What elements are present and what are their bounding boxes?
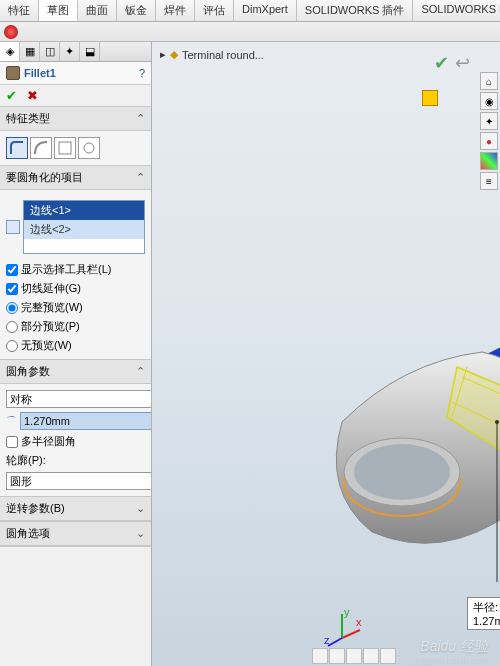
- tab-weldment[interactable]: 焊件: [156, 0, 195, 21]
- svg-text:y: y: [344, 608, 350, 618]
- svg-point-1: [84, 143, 94, 153]
- bottom-view-bar: [312, 648, 396, 664]
- callout-label: 半径:: [473, 601, 498, 613]
- view-icon[interactable]: ◉: [480, 92, 498, 110]
- radius-input[interactable]: [20, 412, 152, 430]
- help-icon[interactable]: ?: [139, 67, 145, 79]
- fillet-type-row: [6, 135, 145, 161]
- home-icon[interactable]: ⌂: [480, 72, 498, 90]
- full-preview-label: 完整预览(W): [21, 300, 83, 315]
- edge-listbox[interactable]: 边线<1> 边线<2>: [23, 200, 145, 254]
- svg-line-9: [342, 630, 360, 638]
- section-params-header[interactable]: 圆角参数⌃: [0, 360, 151, 384]
- svg-rect-0: [59, 142, 71, 154]
- fillet-icon: [6, 66, 20, 80]
- svg-text:x: x: [356, 616, 362, 628]
- watermark-url: jingyan.baidu.com: [415, 656, 488, 666]
- part-icon: ◆: [170, 48, 178, 61]
- feature-header: Fillet1 ?: [0, 62, 151, 85]
- viewport-confirm: ✔ ↩: [434, 52, 470, 74]
- edge-select-icon: [6, 220, 20, 234]
- flag-marker-icon[interactable]: [422, 90, 438, 106]
- view2-icon[interactable]: [329, 648, 345, 664]
- sidetab-display-icon[interactable]: ✦: [60, 42, 80, 61]
- section-type-header[interactable]: 特征类型⌃: [0, 107, 151, 131]
- tab-surface[interactable]: 曲面: [78, 0, 117, 21]
- section-reverse-header[interactable]: 逆转参数(B)⌄: [0, 497, 151, 521]
- multi-radius-checkbox[interactable]: [6, 436, 18, 448]
- watermark: Baidu 经验: [420, 638, 488, 656]
- orientation-triad[interactable]: x y z: [322, 608, 362, 648]
- profile-label: 轮廓(P):: [6, 453, 46, 468]
- confirm-row: ✔ ✖: [0, 85, 151, 107]
- tangent-checkbox[interactable]: [6, 283, 18, 295]
- radius-callout[interactable]: 半径: 1.27mm: [467, 597, 500, 630]
- tab-sketch[interactable]: 草图: [39, 0, 78, 21]
- feature-name: Fillet1: [24, 67, 56, 79]
- cancel-button[interactable]: ✖: [27, 88, 38, 103]
- record-icon[interactable]: [4, 25, 18, 39]
- profile-select[interactable]: [6, 472, 152, 490]
- view1-icon[interactable]: [312, 648, 328, 664]
- sidetab-feature-tree-icon[interactable]: ◈: [0, 42, 20, 61]
- sidetab-extra-icon[interactable]: ⬓: [80, 42, 100, 61]
- view3-icon[interactable]: [346, 648, 362, 664]
- crumb-arrow-icon: ▸: [160, 48, 166, 61]
- edge-item-1[interactable]: 边线<1>: [24, 201, 144, 220]
- section-options-header[interactable]: 圆角选项⌄: [0, 522, 151, 546]
- type-face-icon[interactable]: [54, 137, 76, 159]
- partial-preview-radio[interactable]: [6, 321, 18, 333]
- top-tab-bar: 特征 草图 曲面 钣金 焊件 评估 DimXpert SOLIDWORKS 插件…: [0, 0, 500, 22]
- tangent-label: 切线延伸(G): [21, 281, 81, 296]
- radius-icon: ⌒: [6, 414, 17, 429]
- tab-dimxpert[interactable]: DimXpert: [234, 0, 297, 21]
- sub-header: [0, 22, 500, 42]
- edge-item-2[interactable]: 边线<2>: [24, 220, 144, 239]
- tab-feature[interactable]: 特征: [0, 0, 39, 21]
- accept-button[interactable]: ✔: [6, 88, 17, 103]
- sidetab-property-icon[interactable]: ▦: [20, 42, 40, 61]
- model-render: [302, 162, 500, 582]
- sidetab-config-icon[interactable]: ◫: [40, 42, 60, 61]
- tab-mbd[interactable]: SOLIDWORKS MBD: [413, 0, 500, 21]
- type-full-icon[interactable]: [78, 137, 100, 159]
- view4-icon[interactable]: [363, 648, 379, 664]
- 3d-viewport[interactable]: ▸ ◆ Terminal round... ✔ ↩ ⌂ ◉ ✦ ● ≡: [152, 42, 500, 666]
- svg-text:z: z: [324, 634, 330, 646]
- no-preview-label: 无预览(W): [21, 338, 72, 353]
- show-toolbar-checkbox[interactable]: [6, 264, 18, 276]
- test-icon[interactable]: ●: [480, 132, 498, 150]
- property-panel: ◈ ▦ ◫ ✦ ⬓ Fillet1 ? ✔ ✖ 特征类型⌃: [0, 42, 152, 666]
- tab-evaluate[interactable]: 评估: [195, 0, 234, 21]
- svg-line-13: [328, 638, 342, 646]
- svg-point-7: [354, 444, 450, 500]
- section-items-header[interactable]: 要圆角化的项目⌃: [0, 166, 151, 190]
- compass-icon[interactable]: ✦: [480, 112, 498, 130]
- viewport-accept-button[interactable]: ✔: [434, 52, 449, 74]
- full-preview-radio[interactable]: [6, 302, 18, 314]
- crumb-text: Terminal round...: [182, 49, 264, 61]
- partial-preview-label: 部分预览(P): [21, 319, 80, 334]
- tab-sheetmetal[interactable]: 钣金: [117, 0, 156, 21]
- mode-select[interactable]: [6, 390, 152, 408]
- side-tab-bar: ◈ ▦ ◫ ✦ ⬓: [0, 42, 151, 62]
- callout-value: 1.27mm: [473, 615, 500, 627]
- tab-plugins[interactable]: SOLIDWORKS 插件: [297, 0, 414, 21]
- viewport-cancel-button[interactable]: ↩: [455, 52, 470, 74]
- multi-radius-label: 多半径圆角: [21, 434, 76, 449]
- breadcrumb[interactable]: ▸ ◆ Terminal round...: [160, 48, 264, 61]
- type-const-radius-icon[interactable]: [6, 137, 28, 159]
- no-preview-radio[interactable]: [6, 340, 18, 352]
- svg-point-8: [495, 420, 499, 424]
- view5-icon[interactable]: [380, 648, 396, 664]
- show-toolbar-label: 显示选择工具栏(L): [21, 262, 111, 277]
- type-variable-icon[interactable]: [30, 137, 52, 159]
